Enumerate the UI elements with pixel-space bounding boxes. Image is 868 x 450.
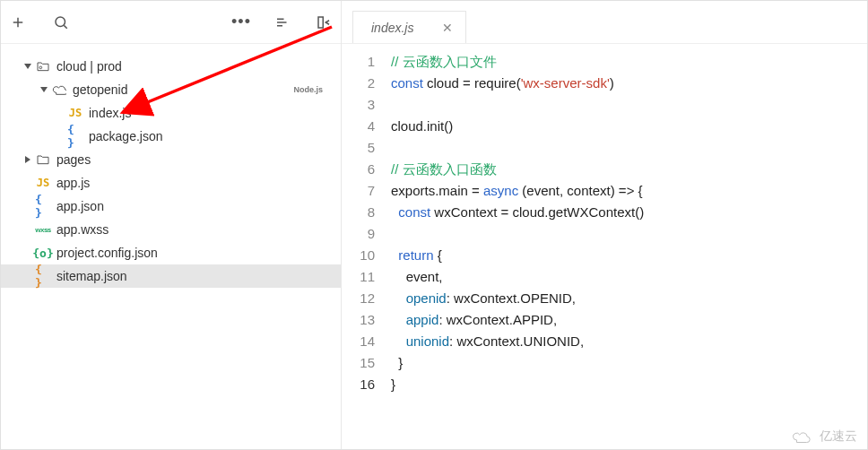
tree-item[interactable]: { }package.json bbox=[1, 125, 341, 148]
tree-item-label: pages bbox=[56, 152, 91, 167]
tree-item-label: index.js bbox=[89, 106, 131, 120]
editor-tab[interactable]: index.js ✕ bbox=[352, 11, 466, 43]
file-explorer-sidebar: ••• cloud | prodgetopenidNode.jsJSindex.… bbox=[1, 1, 342, 449]
tree-item-label: getopenid bbox=[73, 82, 128, 97]
collapse-icon[interactable] bbox=[274, 14, 291, 30]
tree-item[interactable]: pages bbox=[1, 148, 341, 171]
tree-item[interactable]: JSapp.js bbox=[1, 171, 341, 195]
code-editor[interactable]: 12345678910111213141516 // 云函数入口文件const … bbox=[342, 44, 867, 449]
svg-marker-10 bbox=[40, 87, 48, 92]
svg-line-3 bbox=[64, 25, 66, 28]
tree-item-label: app.wxss bbox=[56, 222, 108, 237]
tree-item[interactable]: getopenidNode.js bbox=[1, 78, 341, 101]
tree-item-label: project.config.json bbox=[56, 246, 158, 260]
tree-item-label: cloud | prod bbox=[56, 59, 122, 74]
split-icon[interactable] bbox=[316, 14, 332, 30]
tree-item-label: sitemap.json bbox=[56, 269, 127, 283]
add-icon[interactable] bbox=[10, 14, 26, 30]
file-tree: cloud | prodgetopenidNode.jsJSindex.js{ … bbox=[1, 44, 341, 449]
tree-item[interactable]: {o}project.config.json bbox=[1, 241, 341, 264]
watermark: 亿速云 bbox=[791, 428, 857, 445]
tree-item[interactable]: wxssapp.wxss bbox=[1, 218, 341, 241]
tab-filename: index.js bbox=[371, 21, 413, 35]
code-content[interactable]: // 云函数入口文件const cloud = require('wx-serv… bbox=[391, 51, 867, 449]
svg-point-2 bbox=[56, 17, 65, 27]
nodejs-badge: Node.js bbox=[293, 85, 323, 94]
editor-tabbar: index.js ✕ bbox=[342, 1, 867, 44]
svg-rect-7 bbox=[318, 17, 323, 28]
tree-item-label: package.json bbox=[89, 129, 163, 143]
svg-marker-11 bbox=[25, 156, 30, 163]
tree-item[interactable]: { }app.json bbox=[1, 195, 341, 218]
tree-item[interactable]: { }sitemap.json bbox=[1, 264, 341, 288]
search-icon[interactable] bbox=[53, 14, 69, 30]
tree-item-label: app.js bbox=[56, 176, 90, 190]
svg-point-9 bbox=[39, 66, 42, 69]
more-icon[interactable]: ••• bbox=[233, 14, 249, 30]
tree-item[interactable]: cloud | prod bbox=[1, 55, 341, 78]
tree-item[interactable]: JSindex.js bbox=[1, 101, 341, 125]
editor-pane: index.js ✕ 12345678910111213141516 // 云函… bbox=[342, 1, 867, 449]
line-number-gutter: 12345678910111213141516 bbox=[342, 51, 391, 449]
sidebar-toolbar: ••• bbox=[1, 1, 341, 44]
close-icon[interactable]: ✕ bbox=[442, 21, 453, 35]
svg-marker-8 bbox=[24, 64, 31, 69]
tree-item-label: app.json bbox=[56, 199, 104, 213]
